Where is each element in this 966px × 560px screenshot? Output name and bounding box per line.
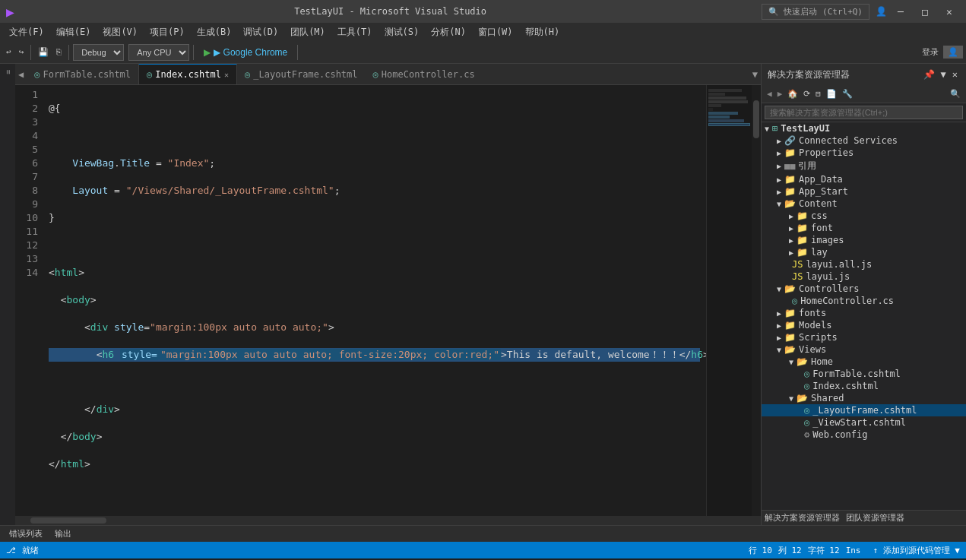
- tree-appdata[interactable]: ▶ 📁 App_Data: [762, 173, 966, 185]
- se-close-btn[interactable]: ✕: [950, 69, 960, 80]
- tree-index-cshtml[interactable]: ◎ Index.cshtml: [762, 380, 966, 392]
- tab-output[interactable]: 输出: [49, 527, 78, 541]
- source-control-icon[interactable]: ⎇: [6, 546, 16, 555]
- user-avatar[interactable]: 👤: [943, 46, 963, 59]
- tree-root-label: TestLayUI: [781, 123, 830, 134]
- code-line-9: <div style="margin:100px auto auto auto;…: [49, 321, 700, 334]
- add-to-source-btn[interactable]: ↑ 添加到源代码管理 ▼: [873, 545, 961, 556]
- tree-scripts[interactable]: ▶ 📁 Scripts: [762, 331, 966, 343]
- tree-properties[interactable]: ▶ 📁 Properties: [762, 147, 966, 159]
- tree-models[interactable]: ▶ 📁 Models: [762, 319, 966, 331]
- se-search-input[interactable]: [765, 106, 963, 119]
- tree-views[interactable]: ▼ 📂 Views: [762, 343, 966, 356]
- status-ready: 就绪: [22, 545, 39, 556]
- status-row: 行 10: [749, 545, 772, 556]
- se-footer-team-link[interactable]: 团队资源管理器: [846, 512, 904, 524]
- tree-connected-services[interactable]: ▶ 🔗 Connected Services: [762, 134, 966, 147]
- menu-build[interactable]: 生成(B): [191, 24, 238, 40]
- tree-root[interactable]: ▼ ⊞ TestLayUI: [762, 122, 966, 134]
- menu-tools[interactable]: 工具(T): [331, 24, 378, 40]
- minimize-button[interactable]: ─: [890, 3, 911, 20]
- se-tree: ▼ ⊞ TestLayUI ▶ 🔗 Connected Services ▶ 📁…: [762, 122, 966, 510]
- tree-prop-arrow: ▶: [777, 149, 781, 157]
- tree-layoutframe-cshtml[interactable]: ◎ _LayoutFrame.cshtml: [762, 404, 966, 416]
- se-footer-se-link[interactable]: 解决方案资源管理器: [765, 512, 840, 524]
- tab-index[interactable]: ◎ Index.cshtml ✕: [138, 64, 237, 84]
- tree-models-arrow: ▶: [777, 321, 781, 330]
- close-button[interactable]: ✕: [939, 3, 960, 20]
- tree-appdata-arrow: ▶: [777, 176, 781, 184]
- tree-appstart[interactable]: ▶ 📁 App_Start: [762, 185, 966, 198]
- tab-homecontroller-icon: ◎: [373, 69, 378, 80]
- tree-viewstart-cshtml[interactable]: ◎ _ViewStart.cshtml: [762, 416, 966, 429]
- se-toolbar: ◀ ▶ 🏠 ⟳ ⊟ 📄 🔧 🔍: [762, 85, 966, 103]
- se-float-btn[interactable]: ▼: [939, 69, 949, 80]
- tree-shared[interactable]: ▼ 📂 Shared: [762, 392, 966, 404]
- menu-help[interactable]: 帮助(H): [519, 24, 566, 40]
- tab-scroll-right[interactable]: ▼: [749, 69, 761, 80]
- code-content[interactable]: @{ ViewBag.Title = "Index"; Layout = "/V…: [43, 85, 706, 516]
- tab-scroll-left[interactable]: ◀: [15, 69, 27, 80]
- save-btn[interactable]: 💾: [35, 46, 52, 59]
- tree-css[interactable]: ▶ 📁 css: [762, 210, 966, 222]
- horizontal-scrollbar[interactable]: [15, 516, 761, 525]
- se-forward-btn[interactable]: ▶: [775, 87, 785, 100]
- tree-homecontroller[interactable]: ◎ HomeController.cs: [762, 295, 966, 307]
- solution-explorer: 解决方案资源管理器 📌 ▼ ✕ ◀ ▶ 🏠 ⟳ ⊟ 📄 🔧 🔍: [761, 64, 966, 525]
- menu-analyze[interactable]: 分析(N): [425, 24, 472, 40]
- tree-font[interactable]: ▶ 📁 font: [762, 222, 966, 234]
- se-filters-btn[interactable]: 🔧: [840, 87, 855, 100]
- tree-home-arrow: ▼: [789, 358, 793, 366]
- menu-edit[interactable]: 编辑(E): [50, 24, 97, 40]
- menu-project[interactable]: 项目(P): [144, 24, 191, 40]
- tab-index-label: Index.cshtml: [155, 69, 221, 80]
- tree-views-icon: 📂: [784, 344, 796, 355]
- tree-formtable-cshtml[interactable]: ◎ FormTable.cshtml: [762, 368, 966, 380]
- menu-file[interactable]: 文件(F): [3, 24, 50, 40]
- se-collapse-btn[interactable]: ⊟: [813, 87, 823, 100]
- tab-layoutframe[interactable]: ◎ _LayoutFrame.cshtml: [237, 64, 366, 84]
- code-line-11: [49, 375, 700, 389]
- se-showfiles-btn[interactable]: 📄: [824, 87, 839, 100]
- tree-references[interactable]: ▶ ■■ 引用: [762, 159, 966, 173]
- tab-errors[interactable]: 错误列表: [3, 527, 49, 541]
- vertical-scrollbar[interactable]: [752, 85, 761, 516]
- tree-controllers[interactable]: ▼ 📂 Controllers: [762, 283, 966, 295]
- tree-webconfig[interactable]: ⚙ Web.config: [762, 429, 966, 441]
- tree-controllers-label: Controllers: [799, 283, 859, 294]
- menu-team[interactable]: 团队(M): [284, 24, 331, 40]
- se-refresh-btn[interactable]: ⟳: [801, 87, 812, 100]
- tree-content[interactable]: ▼ 📂 Content: [762, 198, 966, 210]
- menu-debug[interactable]: 调试(D): [237, 24, 284, 40]
- maximize-button[interactable]: □: [914, 3, 936, 20]
- run-button[interactable]: ▶ ▶ Google Chrome: [198, 46, 293, 59]
- tab-index-close[interactable]: ✕: [224, 71, 229, 79]
- tree-fonts[interactable]: ▶ 📁 fonts: [762, 307, 966, 319]
- menu-view[interactable]: 视图(V): [97, 24, 144, 40]
- config-dropdown[interactable]: Debug: [73, 44, 124, 61]
- platform-dropdown[interactable]: Any CPU: [128, 44, 189, 61]
- tree-layuijs[interactable]: JS layui.js: [762, 271, 966, 283]
- menu-test[interactable]: 测试(S): [378, 24, 426, 40]
- tree-layuialljs[interactable]: JS layui.all.js: [762, 258, 966, 271]
- se-pin-btn[interactable]: 📌: [921, 69, 937, 80]
- tree-lay[interactable]: ▶ 📁 lay: [762, 246, 966, 258]
- tab-formtable[interactable]: ◎ FormTable.cshtml: [27, 64, 138, 84]
- redo-btn[interactable]: ↪: [16, 46, 27, 59]
- se-properties-btn[interactable]: 🏠: [785, 87, 800, 100]
- code-line-6: [49, 239, 700, 252]
- tree-home[interactable]: ▼ 📂 Home: [762, 356, 966, 368]
- se-back-btn[interactable]: ◀: [765, 87, 774, 100]
- undo-btn[interactable]: ↩: [3, 46, 14, 59]
- menu-window[interactable]: 窗口(W): [472, 24, 519, 40]
- tree-css-arrow: ▶: [789, 212, 793, 220]
- tree-prop-icon: 📁: [784, 147, 796, 158]
- tree-images[interactable]: ▶ 📁 images: [762, 234, 966, 246]
- login-button[interactable]: 登录: [919, 45, 942, 59]
- save-all-btn[interactable]: ⎘: [53, 46, 65, 59]
- se-search-btn[interactable]: 🔍: [948, 87, 963, 100]
- search-box[interactable]: 🔍 快速启动 (Ctrl+Q): [762, 4, 869, 20]
- code-line-1: @{: [49, 102, 700, 115]
- tab-homecontroller[interactable]: ◎ HomeController.cs: [366, 64, 483, 84]
- tab-homecontroller-label: HomeController.cs: [382, 69, 475, 80]
